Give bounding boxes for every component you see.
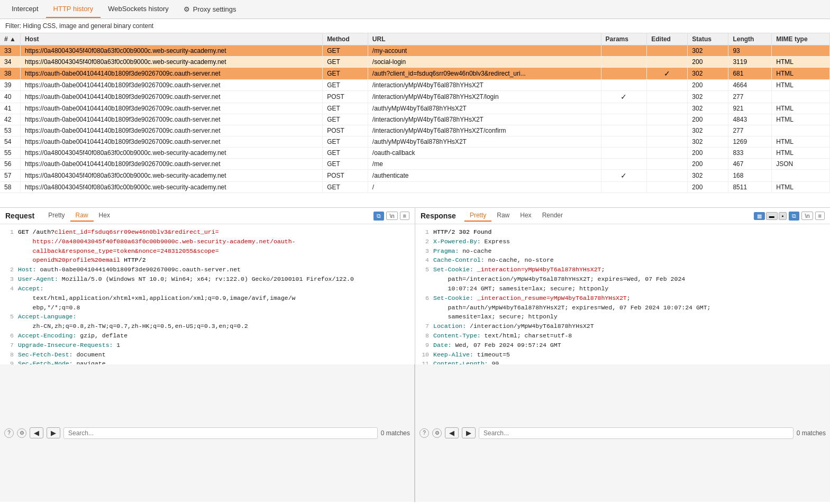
cell-num: 57	[0, 170, 20, 182]
request-tab-raw[interactable]: Raw	[70, 210, 94, 222]
table-row[interactable]: 41 https://oauth-0abe0041044140b1809f3de…	[0, 103, 830, 114]
request-line: 4Accept: text/html,application/xhtml+xml…	[5, 284, 409, 312]
response-forward-btn[interactable]: ▶	[462, 427, 476, 438]
cell-url: /me	[368, 159, 601, 170]
table-row[interactable]: 55 https://0a480043045f40f080a63f0c00b90…	[0, 148, 830, 159]
table-row[interactable]: 57 https://0a480043045f40f080a63f0c00b90…	[0, 170, 830, 182]
table-row[interactable]: 53 https://oauth-0abe0041044140b1809f3de…	[0, 125, 830, 136]
response-line: 9Date: Wed, 07 Feb 2024 09:57:24 GMT	[421, 341, 825, 350]
cell-url: /interaction/yMpW4byT6al878hYHsX2T/confi…	[368, 125, 601, 136]
response-search-input[interactable]	[479, 427, 793, 439]
col-num[interactable]: # ▲	[0, 33, 20, 45]
cell-params	[601, 57, 647, 68]
tab-intercept[interactable]: Intercept	[4, 1, 46, 18]
response-bottom-bar: ? ⚙ ◀ ▶ 0 matches	[415, 364, 830, 502]
request-settings-icon[interactable]: ⚙	[17, 428, 26, 438]
cell-edited	[647, 148, 688, 159]
line-content: Date: Wed, 07 Feb 2024 09:57:24 GMT	[433, 341, 561, 350]
cell-url: /auth?client_id=fsduq6srr09ew46n0blv3&re…	[368, 68, 601, 80]
col-mime[interactable]: MIME type	[772, 33, 830, 45]
cell-method: GET	[323, 103, 368, 114]
col-method[interactable]: Method	[323, 33, 368, 45]
line-content: Keep-Alive: timeout=5	[433, 350, 510, 360]
line-number: 2	[5, 265, 14, 274]
cell-mime	[772, 125, 830, 136]
cell-url: /interaction/yMpW4byT6al878hYHsX2T/login	[368, 91, 601, 103]
line-number: 3	[5, 274, 14, 284]
cell-url: /interaction/yMpW4byT6al878hYHsX2T	[368, 80, 601, 91]
response-tab-render[interactable]: Render	[537, 210, 568, 222]
top-nav: Intercept HTTP history WebSockets histor…	[0, 0, 830, 19]
request-menu-btn[interactable]: ≡	[400, 212, 409, 220]
response-pane: Response Pretty Raw Hex Render ▦ ▬ ▪ ⧉ \…	[415, 208, 830, 502]
table-row[interactable]: 39 https://oauth-0abe0041044140b1809f3de…	[0, 80, 830, 91]
table-row[interactable]: 33 https://0a480043045f40f080a63f0c00b90…	[0, 45, 830, 57]
cell-url: /interaction/yMpW4byT6al878hYHsX2T	[368, 114, 601, 125]
cell-length: 277	[728, 125, 772, 136]
col-status[interactable]: Status	[688, 33, 728, 45]
cell-mime: HTML	[772, 103, 830, 114]
tab-proxy-settings[interactable]: ⚙ Proxy settings	[176, 1, 244, 17]
line-number: 6	[421, 294, 429, 322]
cell-status: 200	[688, 182, 728, 193]
request-search-input[interactable]	[63, 427, 378, 439]
response-back-btn[interactable]: ◀	[445, 427, 459, 438]
cell-host: https://oauth-0abe0041044140b1809f3de902…	[20, 159, 322, 170]
view-buttons: ▦ ▬ ▪	[754, 212, 787, 220]
cell-status: 200	[688, 80, 728, 91]
response-newline-btn[interactable]: \n	[801, 212, 813, 220]
response-tab-hex[interactable]: Hex	[515, 210, 536, 222]
line-content: Accept-Encoding: gzip, deflate	[18, 331, 127, 341]
cell-edited	[647, 136, 688, 148]
request-tab-hex[interactable]: Hex	[94, 210, 115, 222]
cell-status: 200	[688, 57, 728, 68]
table-row[interactable]: 54 https://oauth-0abe0041044140b1809f3de…	[0, 136, 830, 148]
table-row[interactable]: 58 https://0a480043045f40f080a63f0c00b90…	[0, 182, 830, 193]
cell-host: https://oauth-0abe0041044140b1809f3de902…	[20, 68, 322, 80]
tab-websockets-history[interactable]: WebSockets history	[101, 1, 176, 18]
response-line: 10Keep-Alive: timeout=5	[421, 350, 825, 360]
request-forward-btn[interactable]: ▶	[47, 427, 60, 438]
request-help-icon[interactable]: ?	[4, 428, 14, 438]
response-line: 8Content-Type: text/html; charset=utf-8	[421, 331, 825, 341]
table-row[interactable]: 56 https://oauth-0abe0041044140b1809f3de…	[0, 159, 830, 170]
cell-params: ✓	[601, 91, 647, 103]
col-host[interactable]: Host	[20, 33, 322, 45]
response-tab-raw[interactable]: Raw	[491, 210, 515, 222]
cell-mime: HTML	[772, 57, 830, 68]
request-back-btn[interactable]: ◀	[30, 427, 43, 438]
table-row[interactable]: 38 https://oauth-0abe0041044140b1809f3de…	[0, 68, 830, 80]
table-row[interactable]: 34 https://0a480043045f40f080a63f0c00b90…	[0, 57, 830, 68]
response-settings-icon[interactable]: ⚙	[432, 428, 442, 438]
cell-edited	[647, 91, 688, 103]
cell-length: 1269	[728, 136, 772, 148]
col-length[interactable]: Length	[728, 33, 772, 45]
cell-method: GET	[323, 57, 368, 68]
request-newline-btn[interactable]: \n	[386, 212, 397, 220]
view-left-btn[interactable]: ▬	[766, 212, 778, 220]
cell-num: 41	[0, 103, 20, 114]
response-copy-btn[interactable]: ⧉	[789, 212, 799, 221]
col-params[interactable]: Params	[601, 33, 647, 45]
tab-http-history[interactable]: HTTP history	[46, 1, 101, 18]
line-number: 8	[421, 331, 429, 341]
cell-edited	[647, 125, 688, 136]
cell-params	[601, 45, 647, 57]
request-tab-pretty[interactable]: Pretty	[43, 210, 70, 222]
line-number: 5	[5, 312, 14, 331]
cell-host: https://0a480043045f40f080a63f0c00b9000c…	[20, 170, 322, 182]
response-menu-btn[interactable]: ≡	[815, 212, 825, 220]
bottom-pane: Request Pretty Raw Hex ⧉ \n ≡ 1GET /auth…	[0, 208, 830, 502]
view-split-btn[interactable]: ▦	[754, 212, 765, 220]
cell-mime: HTML	[772, 68, 830, 80]
cell-num: 40	[0, 91, 20, 103]
col-edited[interactable]: Edited	[647, 33, 688, 45]
response-tab-pretty[interactable]: Pretty	[464, 210, 491, 222]
cell-edited	[647, 45, 688, 57]
table-row[interactable]: 40 https://oauth-0abe0041044140b1809f3de…	[0, 91, 830, 103]
col-url[interactable]: URL	[368, 33, 601, 45]
request-copy-btn[interactable]: ⧉	[373, 212, 384, 221]
table-row[interactable]: 42 https://oauth-0abe0041044140b1809f3de…	[0, 114, 830, 125]
view-right-btn[interactable]: ▪	[779, 212, 787, 220]
response-help-icon[interactable]: ?	[419, 428, 429, 438]
